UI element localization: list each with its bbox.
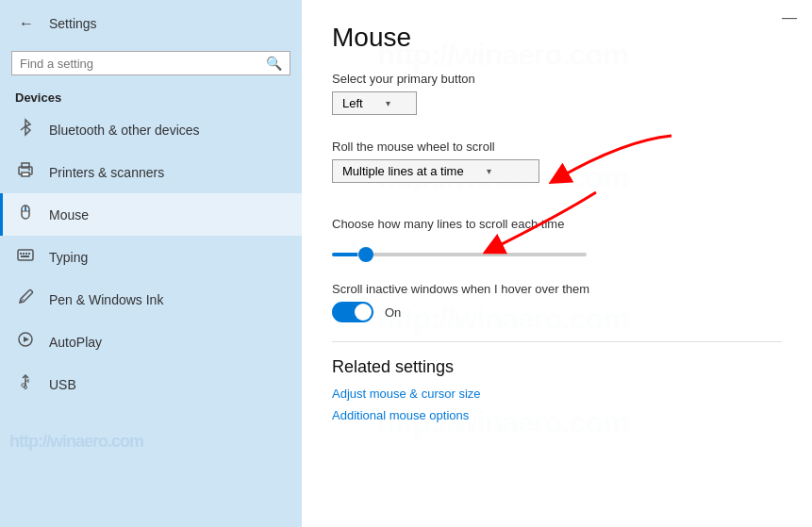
sidebar-item-bluetooth-label: Bluetooth & other devices [49,123,200,138]
search-icon: 🔍 [266,56,282,71]
adjust-mouse-link[interactable]: Adjust mouse & cursor size [332,387,782,401]
svg-rect-8 [18,250,33,260]
primary-button-dropdown[interactable]: Left ▾ [332,91,417,115]
back-icon: ← [19,15,34,32]
sidebar-section-label: Devices [0,83,302,108]
svg-rect-2 [22,173,29,176]
sidebar-item-pen-label: Pen & Windows Ink [49,292,163,307]
svg-rect-10 [23,253,25,255]
bluetooth-icon [15,118,36,141]
toggle-value-label: On [385,305,401,320]
svg-rect-11 [25,253,27,255]
back-button[interactable]: ← [15,11,38,36]
sidebar-item-typing-label: Typing [49,250,88,265]
sidebar-item-mouse-label: Mouse [49,207,89,222]
inactive-scroll-toggle[interactable] [332,302,373,322]
sidebar-item-printers[interactable]: Printers & scanners [0,151,302,193]
additional-mouse-link[interactable]: Additional mouse options [332,408,782,422]
toggle-row: On [332,302,782,322]
minimize-button[interactable]: — [782,9,797,26]
search-input[interactable] [20,57,260,71]
sidebar-item-usb[interactable]: USB [0,363,302,405]
primary-button-chevron: ▾ [386,98,390,108]
scroll-dropdown[interactable]: Multiple lines at a time ▾ [332,159,539,183]
svg-rect-1 [22,163,29,168]
sidebar-item-pen[interactable]: Pen & Windows Ink [0,278,302,321]
primary-button-label: Select your primary button [332,72,782,86]
printers-icon [15,160,36,184]
sidebar: ← Settings 🔍 Devices Bluetooth & other d… [0,0,302,527]
arrow-2 [483,188,634,263]
page-title: Mouse [332,23,782,53]
svg-rect-13 [21,255,29,257]
sidebar-item-autoplay-label: AutoPlay [49,335,102,350]
sidebar-header: ← Settings [0,0,302,47]
svg-point-21 [25,387,27,389]
typing-icon [15,245,36,269]
nav-list: Bluetooth & other devices Printers & sca… [0,108,302,405]
search-box[interactable]: 🔍 [11,51,290,75]
sidebar-item-mouse[interactable]: Mouse [0,193,302,236]
mouse-icon [15,203,36,226]
primary-button-value: Left [342,96,363,110]
sidebar-item-printers-label: Printers & scanners [49,165,164,180]
svg-rect-9 [20,253,22,255]
autoplay-icon [15,330,36,354]
pen-icon [15,288,36,311]
inactive-scroll-label: Scroll inactive windows when I hover ove… [332,282,782,296]
sidebar-item-bluetooth[interactable]: Bluetooth & other devices [0,108,302,151]
main-content: — http://winaero.com http://winaero.com … [302,0,812,527]
svg-marker-16 [24,337,29,342]
scroll-chevron: ▾ [487,166,491,176]
toggle-knob [355,304,372,321]
related-settings-title: Related settings [332,341,782,377]
sidebar-title-label: Settings [49,16,97,31]
usb-icon [15,372,36,396]
svg-point-3 [28,169,30,171]
svg-rect-12 [28,253,30,255]
scroll-value: Multiple lines at a time [342,164,464,178]
sidebar-watermark: http://winaero.com [9,432,143,452]
sidebar-item-autoplay[interactable]: AutoPlay [0,321,302,363]
sidebar-item-typing[interactable]: Typing [0,236,302,278]
sidebar-item-usb-label: USB [49,377,76,392]
